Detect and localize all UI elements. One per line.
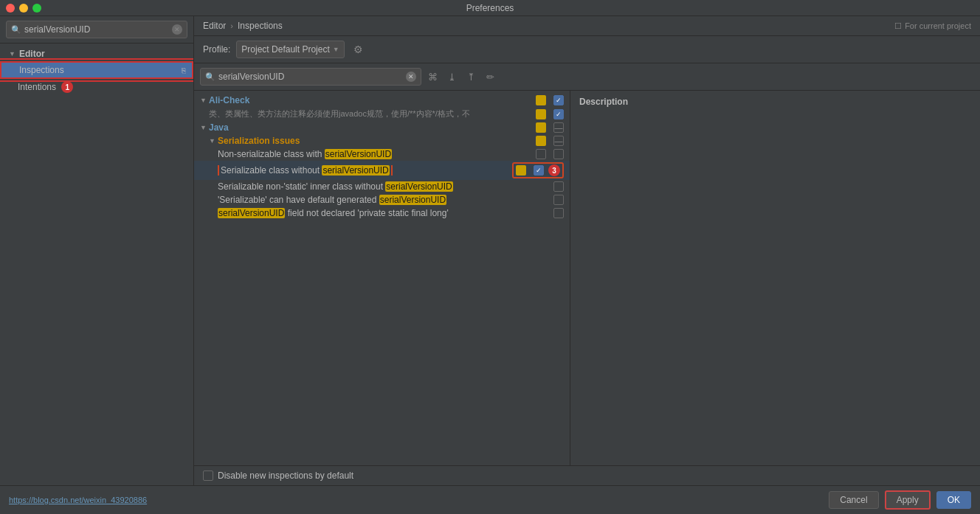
inspections-content: 🔍 ✕ ⌘ ⤓ ⤒ ✏ ▼ Ali (194, 63, 980, 485)
traffic-lights (6, 4, 41, 13)
for-current-project-label: For current project (905, 21, 971, 30)
inspections-search-box[interactable]: 🔍 ✕ (200, 68, 421, 86)
ali-check-item[interactable]: 类、类属性、类方法的注释必须使用javadoc规范，使用/**内容*/格式，不 … (194, 107, 570, 121)
inspections-search-input[interactable] (218, 72, 406, 82)
non-serializable-color (536, 149, 546, 159)
profile-value: Project Default Project (241, 44, 329, 55)
cancel-button[interactable]: Cancel (829, 491, 878, 509)
serializable-without-color (516, 165, 526, 176)
inspections-search-icon: 🔍 (205, 72, 215, 82)
ali-check-item-checkboxes: ✓ (536, 109, 564, 119)
serialization-label: Serialization issues (218, 136, 536, 146)
serialversionuid-field-highlight: serialVersionUID (218, 208, 285, 218)
disable-checkbox[interactable] (203, 470, 213, 481)
sidebar-search-box[interactable]: 🔍 ✕ (6, 21, 187, 38)
ali-check-arrow: ▼ (200, 97, 209, 104)
serializable-can-have-label: 'Serializable' can have default generate… (218, 195, 551, 205)
main-container: 🔍 ✕ ▼ Editor Inspections ⎘ (0, 16, 980, 514)
non-serializable-checkbox[interactable] (553, 149, 564, 159)
serialversionuid-field-item[interactable]: serialVersionUID field not declared 'pri… (194, 206, 570, 220)
window-title: Preferences (466, 3, 514, 13)
bottom-bar: Disable new inspections by default (194, 465, 980, 485)
serializable-without-checkbox[interactable]: ✓ (534, 165, 544, 176)
non-serializable-label: Non-serializable class with serialVersio… (218, 149, 536, 159)
serialversionuid-field-checkbox[interactable] (553, 208, 564, 218)
ok-button[interactable]: OK (936, 491, 971, 509)
sidebar-search-input[interactable] (24, 24, 172, 35)
serialization-category[interactable]: ▼ Serialization issues — (194, 134, 570, 147)
ali-check-checkboxes: ✓ (536, 95, 564, 105)
serializable-non-static-checkbox[interactable] (553, 181, 564, 192)
ali-check-label: Ali-Check (209, 95, 536, 105)
close-button[interactable] (6, 4, 15, 13)
non-serializable-item[interactable]: Non-serializable class with serialVersio… (194, 147, 570, 161)
profile-row: Profile: Project Default Project ▼ ⚙ (194, 36, 980, 63)
ali-check-item-color (536, 109, 546, 119)
collapse-all-button[interactable]: ⤒ (463, 69, 479, 85)
profile-select[interactable]: Project Default Project ▼ (236, 41, 344, 58)
serialversionuid-field-label: serialVersionUID field not declared 'pri… (218, 208, 551, 218)
serializable-can-have-checkbox[interactable] (553, 195, 564, 205)
breadcrumb-bar: Editor › Inspections ☐ For current proje… (194, 16, 980, 36)
annotation-1: 1 (61, 81, 73, 93)
expand-all-button[interactable]: ⤓ (444, 69, 460, 85)
java-color (536, 122, 546, 133)
sidebar-search-area: 🔍 ✕ (0, 16, 193, 44)
sidebar-item-inspections[interactable]: Inspections ⎘ (0, 61, 193, 79)
serializable-without-checkboxes: ✓ 3 (512, 162, 564, 178)
right-panel: Editor › Inspections ☐ For current proje… (194, 16, 980, 485)
serializable-non-static-item[interactable]: Serializable non-'static' inner class wi… (194, 180, 570, 193)
inspections-search-clear-button[interactable]: ✕ (406, 72, 416, 82)
footer-bar: https://blog.csdn.net/weixin_43920886 Ca… (0, 485, 980, 514)
serialization-checkbox[interactable]: — (553, 136, 564, 146)
serializable-without-box: Serializable class without serialVersion… (218, 165, 393, 176)
breadcrumb-inspections: Inspections (238, 21, 283, 31)
inspections-copy-icon: ⎘ (182, 66, 186, 74)
checkbox-icon: ☐ (894, 21, 902, 31)
footer-url[interactable]: https://blog.csdn.net/weixin_43920886 (9, 496, 147, 504)
serialization-checkboxes: — (536, 136, 564, 146)
non-serializable-highlight: serialVersionUID (325, 149, 392, 159)
sidebar-tree: ▼ Editor Inspections ⎘ Intentions 1 (0, 44, 193, 485)
sidebar-item-editor[interactable]: ▼ Editor (0, 46, 193, 61)
content-area: 🔍 ✕ ▼ Editor Inspections ⎘ (0, 16, 980, 485)
serialization-color (536, 136, 546, 146)
sidebar-item-intentions[interactable]: Intentions 1 (0, 79, 193, 95)
description-panel: Description (570, 91, 980, 465)
serialversionuid-field-checkboxes (551, 208, 564, 218)
profile-label: Profile: (203, 44, 230, 55)
ali-check-checkbox[interactable]: ✓ (553, 95, 564, 105)
highlight-button[interactable]: ✏ (482, 69, 498, 85)
ali-check-category[interactable]: ▼ Ali-Check ✓ (194, 94, 570, 107)
serializable-without-item[interactable]: Serializable class without serialVersion… (194, 161, 570, 180)
non-serializable-checkboxes (536, 149, 564, 159)
titlebar: Preferences (0, 0, 980, 16)
inspections-search-bar: 🔍 ✕ ⌘ ⤓ ⤒ ✏ (194, 63, 980, 91)
disable-label: Disable new inspections by default (218, 470, 353, 481)
java-checkbox[interactable]: — (553, 122, 564, 133)
sidebar: 🔍 ✕ ▼ Editor Inspections ⎘ (0, 16, 194, 485)
ali-check-color (536, 95, 546, 105)
gear-button[interactable]: ⚙ (351, 41, 367, 58)
sidebar-item-inspections-label: Inspections (19, 65, 179, 75)
search-icon: 🔍 (11, 25, 21, 35)
minimize-button[interactable] (19, 4, 28, 13)
java-checkboxes: — (536, 122, 564, 133)
annotation-3: 3 (548, 164, 560, 176)
for-current-project[interactable]: ☐ For current project (894, 21, 971, 31)
expand-arrow-editor: ▼ (9, 50, 16, 58)
serializable-can-have-checkboxes (551, 195, 564, 205)
description-title: Description (579, 97, 628, 107)
serializable-can-have-item[interactable]: 'Serializable' can have default generate… (194, 193, 570, 206)
serializable-can-have-highlight: serialVersionUID (379, 195, 446, 205)
sidebar-search-clear-button[interactable]: ✕ (172, 24, 182, 35)
serialization-arrow: ▼ (209, 137, 218, 145)
serializable-non-static-label: Serializable non-'static' inner class wi… (218, 181, 551, 192)
maximize-button[interactable] (32, 4, 41, 13)
ali-check-item-checkbox[interactable]: ✓ (553, 109, 564, 119)
breadcrumb-editor: Editor (203, 21, 226, 31)
chevron-down-icon: ▼ (333, 46, 339, 53)
java-category[interactable]: ▼ Java — (194, 121, 570, 134)
filter-button[interactable]: ⌘ (424, 69, 441, 85)
apply-button[interactable]: Apply (885, 490, 931, 510)
